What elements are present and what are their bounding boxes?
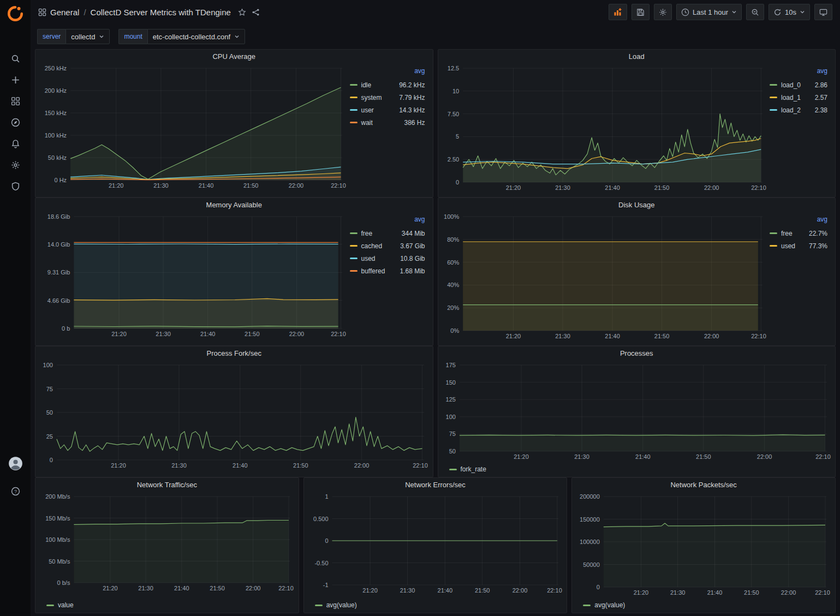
panel-title[interactable]: Processes — [442, 346, 832, 361]
explore-compass-icon[interactable] — [3, 112, 27, 133]
svg-text:22:10: 22:10 — [751, 184, 766, 191]
svg-text:21:20: 21:20 — [111, 462, 126, 469]
svg-text:150 kHz: 150 kHz — [45, 110, 67, 116]
zoom-out-button[interactable] — [746, 4, 764, 20]
create-plus-icon[interactable] — [3, 69, 27, 91]
cpu-average-legend: avgidle96.2 kHzsystem7.79 kHzuser14.3 kH… — [348, 64, 430, 195]
legend-item[interactable]: free344 Mib — [350, 227, 425, 240]
panel-load: Load 21:2021:3021:4021:5022:0022:1002.50… — [438, 49, 836, 198]
svg-text:21:40: 21:40 — [233, 462, 248, 469]
chevron-down-icon — [99, 34, 104, 39]
variable-mount-dropdown[interactable]: etc-collectd-collectd.conf — [147, 29, 245, 44]
svg-text:22:10: 22:10 — [331, 182, 346, 189]
svg-text:100 Mb/s: 100 Mb/s — [45, 536, 70, 543]
variable-server-dropdown[interactable]: collectd — [65, 29, 110, 44]
series-color-swatch — [770, 109, 777, 111]
network-packets-chart[interactable]: 21:2021:3021:4021:5022:0022:100500001000… — [575, 492, 832, 600]
legend-item[interactable]: idle96.2 kHz — [350, 79, 425, 91]
panel-title[interactable]: Network Packets/sec — [575, 478, 832, 492]
refresh-interval-label: 10s — [785, 8, 796, 16]
svg-text:22:00: 22:00 — [289, 182, 304, 189]
series-color-swatch — [350, 232, 358, 234]
panel-title[interactable]: Disk Usage — [442, 198, 832, 212]
series-color-swatch — [350, 258, 358, 259]
network-traffic-chart[interactable]: 21:2021:3021:4021:5022:0022:100 b/s50 Mb… — [39, 492, 295, 600]
load-chart[interactable]: 21:2021:3021:4021:5022:0022:1002.5057.50… — [442, 64, 768, 195]
svg-text:75: 75 — [46, 386, 53, 392]
svg-text:21:40: 21:40 — [605, 333, 620, 339]
configuration-gear-icon[interactable] — [3, 154, 27, 176]
legend-item[interactable]: fork_rate — [449, 464, 486, 475]
processes-chart[interactable]: 21:2021:3021:4021:5022:0022:105075100125… — [442, 361, 832, 464]
panel-title[interactable]: Memory Available — [39, 198, 430, 212]
legend-item[interactable]: load_22.38 — [770, 104, 827, 116]
sidebar-bottom: ? — [0, 453, 31, 502]
svg-text:21:20: 21:20 — [111, 331, 127, 337]
user-avatar[interactable] — [3, 453, 27, 474]
star-icon[interactable] — [238, 8, 246, 16]
svg-text:21:30: 21:30 — [555, 333, 570, 339]
series-avg-value: 3.67 Gib — [400, 242, 425, 250]
legend-avg-header: avg — [350, 216, 425, 227]
series-avg-value: 10.8 Gib — [400, 255, 425, 262]
help-question-icon[interactable]: ? — [3, 481, 27, 502]
panel-title[interactable]: CPU Average — [39, 50, 430, 64]
svg-text:9.31 Gib: 9.31 Gib — [47, 269, 70, 276]
legend-item[interactable]: load_02.86 — [770, 79, 827, 91]
legend-item[interactable]: used10.8 Gib — [350, 252, 425, 265]
process-fork-chart[interactable]: 21:2021:3021:4021:5022:0022:100255075100 — [39, 361, 430, 475]
legend-item[interactable]: avg(value) — [315, 600, 357, 611]
dashboard-settings-button[interactable] — [654, 4, 672, 20]
svg-text:21:20: 21:20 — [514, 453, 529, 460]
network-errors-chart[interactable]: 21:2021:3021:4021:5022:0022:10-1-0.5000.… — [307, 492, 564, 600]
panel-title[interactable]: Network Errors/sec — [307, 478, 564, 492]
legend-item[interactable]: cached3.67 Gib — [350, 240, 425, 252]
legend-item[interactable]: buffered1.68 Mib — [350, 265, 425, 277]
svg-text:22:00: 22:00 — [512, 587, 527, 594]
share-icon[interactable] — [252, 8, 260, 16]
legend-avg-header: avg — [350, 67, 425, 79]
panel-title[interactable]: Load — [442, 50, 832, 64]
series-color-swatch — [350, 97, 358, 98]
svg-text:0.500: 0.500 — [313, 516, 329, 522]
legend-item[interactable]: system7.79 kHz — [350, 91, 425, 104]
time-picker-button[interactable]: Last 1 hour — [676, 4, 742, 20]
refresh-button[interactable]: 10s — [768, 4, 810, 20]
legend-item[interactable]: value — [46, 600, 74, 611]
series-color-swatch — [770, 97, 777, 98]
grafana-logo[interactable] — [6, 4, 25, 23]
panel-title[interactable]: Network Traffic/sec — [39, 478, 295, 492]
breadcrumb-folder[interactable]: General — [50, 8, 79, 17]
panel-title[interactable]: Process Fork/sec — [39, 346, 430, 361]
cycle-view-mode-button[interactable] — [814, 4, 832, 20]
series-label: wait — [361, 119, 373, 127]
series-color-swatch — [583, 605, 591, 606]
page-title[interactable]: CollectD Server Metrics with TDengine — [91, 8, 231, 17]
svg-text:22:00: 22:00 — [781, 589, 796, 596]
legend-item[interactable]: avg(value) — [583, 600, 625, 611]
svg-text:21:50: 21:50 — [696, 453, 711, 460]
search-icon[interactable] — [3, 48, 27, 69]
legend-item[interactable]: load_12.57 — [770, 91, 827, 104]
network-errors-legend: avg(value) — [307, 600, 564, 611]
legend-item[interactable]: wait386 Hz — [350, 116, 425, 129]
disk-usage-chart[interactable]: 21:2021:3021:4021:5022:0022:100%20%40%60… — [442, 212, 768, 343]
cpu-average-chart[interactable]: 21:2021:3021:4021:5022:0022:100 Hz50 kHz… — [39, 64, 348, 195]
series-label: free — [781, 230, 793, 237]
legend-item[interactable]: user14.3 kHz — [350, 104, 425, 116]
add-panel-button[interactable] — [609, 4, 627, 20]
svg-text:21:30: 21:30 — [138, 585, 153, 591]
memory-available-legend: avgfree344 Mibcached3.67 Gibused10.8 Gib… — [348, 212, 430, 343]
series-color-swatch — [449, 469, 457, 470]
legend-item[interactable]: free22.7% — [770, 227, 827, 240]
svg-text:21:40: 21:40 — [605, 184, 620, 191]
legend-item[interactable]: used77.3% — [770, 240, 827, 252]
alerting-bell-icon[interactable] — [3, 133, 27, 154]
svg-text:22:10: 22:10 — [815, 589, 831, 596]
save-dashboard-button[interactable] — [632, 4, 650, 20]
series-label: avg(value) — [326, 601, 357, 609]
svg-text:21:20: 21:20 — [362, 587, 378, 594]
server-admin-shield-icon[interactable] — [3, 176, 27, 197]
dashboards-grid-icon[interactable] — [3, 91, 27, 112]
memory-available-chart[interactable]: 21:2021:3021:4021:5022:0022:100 b4.66 Gi… — [39, 212, 348, 343]
